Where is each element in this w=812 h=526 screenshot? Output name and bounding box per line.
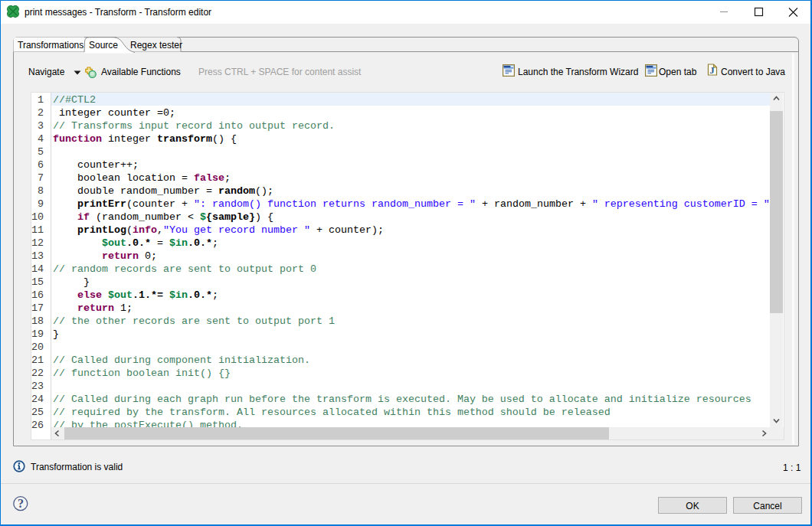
svg-text:?: ? bbox=[18, 497, 24, 510]
svg-text:J: J bbox=[709, 64, 715, 76]
